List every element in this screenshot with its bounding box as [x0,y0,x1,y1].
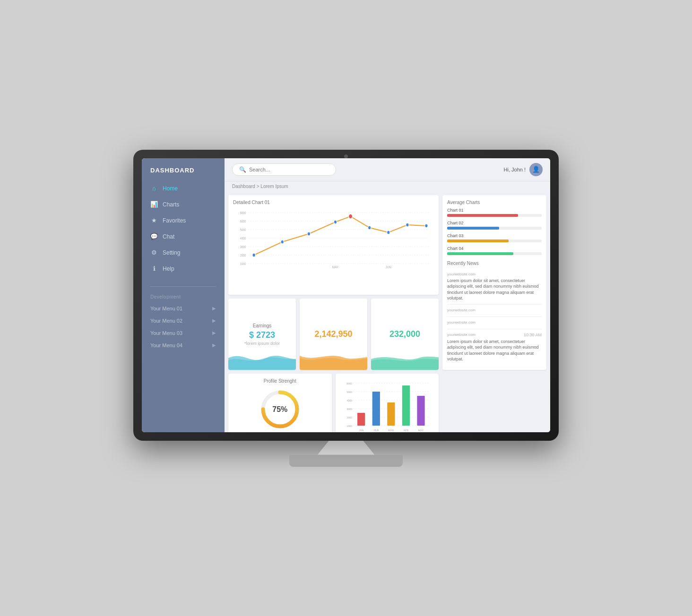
recently-news-section: Recently News yourwebsite.com Lorem ipsu… [447,261,542,366]
bar-chart-card: 6000 5000 4000 3000 2000 1000 [336,374,439,432]
detailed-chart-card: Detailed Chart 01 [228,195,439,295]
search-input[interactable] [249,167,329,172]
svg-text:1000: 1000 [346,425,352,428]
chevron-right-icon: ▶ [212,318,216,323]
svg-text:5000: 5000 [346,391,352,394]
metric3-card: 232,000 [371,299,439,370]
svg-text:1000: 1000 [240,262,246,265]
sidebar-menu-item-1[interactable]: Your Menu 01 ▶ [142,302,225,315]
metric3-wave [371,349,439,370]
earnings-wave [228,349,296,370]
settings-icon: ⚙ [150,249,158,257]
svg-text:4000: 4000 [240,236,246,240]
svg-rect-41 [387,402,395,426]
sidebar-nav: ⌂ Home 📊 Charts ★ Favorites 💬 [142,180,225,282]
svg-rect-42 [402,385,409,426]
svg-point-18 [349,214,353,219]
sidebar-item-help[interactable]: ℹ Help [142,261,225,277]
sidebar-item-favorites[interactable]: ★ Favorites [142,213,225,229]
svg-text:6000: 6000 [346,382,352,385]
news-item-4: yourwebsite.com 10:30 AM Lorem ipsum dol… [447,329,542,365]
svg-text:APR: APR [403,429,408,432]
search-bar[interactable]: 🔍 [232,163,336,176]
main-content: 🔍 Hi, John ! 👤 Dashboard > Lorem Ipsum [225,158,550,432]
bottom-row: Profile Strenght [228,374,439,432]
avg-bar-chart01: Chart 01 [447,208,542,217]
average-charts-card: Average Charts Chart 01 Chart 02 [442,195,546,370]
recently-news-title: Recently News [447,261,542,266]
earnings-label: Earnings [253,323,271,328]
sidebar-item-charts[interactable]: 📊 Charts [142,197,225,213]
breadcrumb: Dashboard > Lorem Ipsum [225,181,550,191]
sidebar-menu-item-2[interactable]: Your Menu 02 ▶ [142,315,225,327]
average-charts-title: Average Charts [447,200,542,205]
svg-point-19 [368,226,371,230]
earnings-card: Earnings $ 2723 *lorem ipsum dolor [228,299,296,370]
sidebar-item-chat[interactable]: 💬 Chat [142,229,225,245]
sidebar-label-charts: Charts [163,201,179,208]
chevron-right-icon: ▶ [212,342,216,348]
metric2-card: 2,142,950 [300,299,367,370]
metric3-value: 232,000 [389,329,420,339]
circle-progress: 75% [260,389,300,429]
svg-text:3000: 3000 [346,408,352,411]
avatar-icon: 👤 [532,166,540,173]
charts-icon: 📊 [150,201,158,208]
help-icon: ℹ [150,265,158,273]
sidebar-item-home[interactable]: ⌂ Home [142,180,225,197]
svg-text:FEB: FEB [373,429,379,432]
chat-icon: 💬 [150,233,158,240]
svg-point-15 [281,240,284,244]
bar-chart-svg: 6000 5000 4000 3000 2000 1000 [340,378,434,432]
stats-row: Earnings $ 2723 *lorem ipsum dolor [228,299,439,370]
svg-text:3000: 3000 [240,245,246,248]
chevron-right-icon: ▶ [212,306,216,311]
sidebar-menu-item-3[interactable]: Your Menu 03 ▶ [142,327,225,339]
svg-point-14 [252,253,255,257]
metric2-value: 2,142,950 [314,329,352,339]
svg-rect-40 [372,392,380,426]
sidebar-section-label: Development [142,291,225,302]
svg-text:5000: 5000 [240,228,246,231]
detailed-chart-svg: 8000 6000 5000 4000 3000 2000 1000 [233,208,434,269]
circle-text: 75% [272,405,287,414]
svg-text:JAN: JAN [359,429,363,432]
svg-rect-43 [417,396,424,426]
stand-base [289,455,403,467]
sidebar-label-chat: Chat [163,233,174,240]
svg-text:MAY: MAY [418,429,423,432]
avg-bar-chart04: Chart 04 [447,246,542,255]
svg-rect-39 [357,413,365,426]
avatar[interactable]: 👤 [529,163,543,176]
earnings-value: $ 2723 [249,330,275,340]
sidebar-title: DASHBOARD [142,158,225,180]
chevron-right-icon: ▶ [212,330,216,335]
sidebar-menu-list: Your Menu 01 ▶ Your Menu 02 ▶ Your Menu … [142,302,225,351]
monitor-stand [289,441,403,467]
svg-point-16 [307,232,310,236]
svg-text:2000: 2000 [240,253,246,257]
favorites-icon: ★ [150,217,158,224]
svg-point-17 [334,220,337,224]
metric2-wave [300,349,367,370]
sidebar-label-help: Help [163,265,174,272]
earnings-sub: *lorem ipsum dolor [244,341,280,346]
news-item-2: yourwebsite.com [447,305,542,317]
sidebar-label-home: Home [163,185,178,192]
avg-bar-chart02: Chart 02 [447,221,542,230]
header: 🔍 Hi, John ! 👤 [225,158,550,181]
svg-text:2000: 2000 [346,416,352,419]
svg-text:6000: 6000 [240,219,246,223]
news-item-1: yourwebsite.com Lorem ipsum dolor sit am… [447,269,542,305]
sidebar-label-setting: Setting [163,249,180,256]
sidebar: DASHBOARD ⌂ Home 📊 Charts ★ Favorites [142,158,225,432]
sidebar-menu-item-4[interactable]: Your Menu 04 ▶ [142,339,225,351]
sidebar-item-setting[interactable]: ⚙ Setting [142,245,225,261]
svg-text:MAY: MAY [332,265,339,269]
stand-neck [318,441,374,455]
home-icon: ⌂ [150,185,158,192]
profile-strength-title: Profile Strenght [264,378,296,384]
avg-bar-chart03: Chart 03 [447,233,542,242]
dashboard-body: Detailed Chart 01 [225,191,550,432]
search-icon: 🔍 [239,166,246,173]
